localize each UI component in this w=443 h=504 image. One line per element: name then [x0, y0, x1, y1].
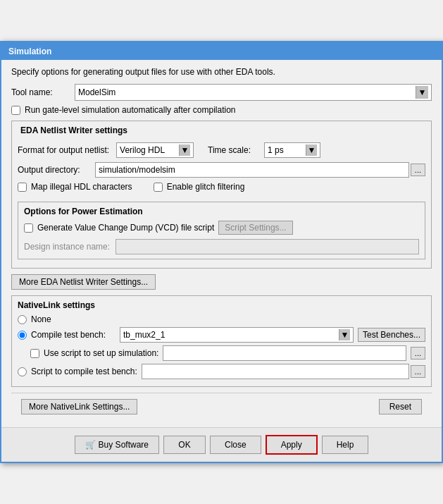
- use-script-checkbox[interactable]: [30, 349, 39, 358]
- output-dir-input[interactable]: [95, 162, 409, 178]
- format-label: Format for output netlist:: [18, 145, 109, 155]
- help-btn[interactable]: Help: [322, 436, 369, 454]
- dialog-title: Simulation: [1, 42, 442, 60]
- compile-testbench-row: Compile test bench: tb_mux2_1 ▼ Test Ben…: [18, 327, 425, 343]
- simulation-dialog: Simulation Specify options for generatin…: [0, 41, 443, 463]
- timescale-label: Time scale:: [208, 145, 257, 155]
- run-gate-level-checkbox[interactable]: [11, 106, 20, 115]
- compile-testbench-arrow[interactable]: ▼: [339, 329, 350, 340]
- reset-btn[interactable]: Reset: [379, 399, 422, 414]
- none-radio-row: None: [18, 314, 425, 324]
- format-arrow[interactable]: ▼: [179, 145, 190, 156]
- more-eda-btn[interactable]: More EDA Netlist Writer Settings...: [11, 274, 156, 290]
- power-group-title: Options for Power Estimation: [24, 207, 419, 216]
- script-compile-row: Script to compile test bench: ...: [18, 364, 425, 379]
- use-script-row: Use script to set up simulation: ...: [30, 345, 425, 361]
- none-label: None: [31, 314, 51, 324]
- tool-name-dropdown[interactable]: ModelSim ▼: [75, 84, 432, 101]
- timescale-arrow[interactable]: ▼: [306, 145, 317, 156]
- nativelink-group: NativeLink settings None Compile test be…: [11, 295, 432, 387]
- output-dir-row: Output directory: ...: [18, 162, 425, 178]
- compile-testbench-select[interactable]: tb_mux2_1 ▼: [120, 327, 354, 343]
- map-illegal-checkbox[interactable]: [18, 183, 27, 192]
- format-select[interactable]: Verilog HDL ▼: [116, 142, 194, 158]
- compile-testbench-radio[interactable]: [18, 331, 27, 340]
- tool-name-arrow[interactable]: ▼: [416, 86, 428, 99]
- use-script-input[interactable]: [163, 345, 406, 361]
- script-compile-label: Script to compile test bench:: [31, 367, 137, 376]
- eda-group: EDA Netlist Writer settings Format for o…: [11, 121, 432, 269]
- apply-btn[interactable]: Apply: [266, 435, 318, 455]
- glitch-filter-checkbox[interactable]: [154, 183, 163, 192]
- script-compile-radio[interactable]: [18, 367, 27, 376]
- vcd-label: Generate Value Change Dump (VCD) file sc…: [37, 223, 214, 233]
- design-instance-row: Design instance name:: [24, 239, 419, 254]
- more-nativelink-btn[interactable]: More NativeLink Settings...: [21, 399, 137, 414]
- power-group: Options for Power Estimation Generate Va…: [18, 202, 425, 259]
- output-dir-browse[interactable]: ...: [411, 164, 425, 176]
- script-settings-btn[interactable]: Script Settings...: [218, 221, 292, 235]
- run-gate-level-label: Run gate-level simulation automatically …: [25, 105, 235, 115]
- dialog-description: Specify options for generating output fi…: [11, 67, 432, 77]
- glitch-filter-label: Enable glitch filtering: [167, 182, 245, 192]
- compile-testbench-label: Compile test bench:: [31, 330, 116, 340]
- design-instance-label: Design instance name:: [24, 242, 116, 252]
- footer: 🛒 Buy Software OK Close Apply Help: [1, 427, 442, 462]
- none-radio[interactable]: [18, 315, 27, 324]
- glitch-filter-row: Enable glitch filtering: [154, 182, 245, 192]
- vcd-row: Generate Value Change Dump (VCD) file sc…: [24, 221, 419, 235]
- vcd-checkbox[interactable]: [24, 223, 33, 233]
- nativelink-title: NativeLink settings: [18, 300, 425, 310]
- use-script-browse[interactable]: ...: [411, 347, 425, 359]
- timescale-select[interactable]: 1 ps ▼: [264, 142, 320, 158]
- use-script-label: Use script to set up simulation:: [44, 348, 158, 358]
- test-benches-btn[interactable]: Test Benches...: [358, 328, 425, 342]
- tool-name-label: Tool name:: [11, 87, 75, 97]
- eda-group-title: EDA Netlist Writer settings: [18, 125, 130, 135]
- close-btn[interactable]: Close: [210, 436, 261, 454]
- script-compile-input[interactable]: [142, 364, 409, 379]
- buy-software-btn[interactable]: 🛒 Buy Software: [75, 436, 159, 454]
- cart-icon: 🛒: [85, 440, 96, 450]
- map-illegal-label: Map illegal HDL characters: [31, 182, 132, 192]
- tool-name-row: Tool name: ModelSim ▼: [11, 84, 432, 101]
- design-instance-input[interactable]: [116, 239, 419, 254]
- checkbox-row-pair: Map illegal HDL characters Enable glitch…: [18, 182, 425, 197]
- output-dir-label: Output directory:: [18, 165, 95, 175]
- map-illegal-row: Map illegal HDL characters: [18, 182, 132, 192]
- run-gate-level-row: Run gate-level simulation automatically …: [11, 105, 432, 115]
- format-row: Format for output netlist: Verilog HDL ▼…: [18, 142, 425, 158]
- ok-btn[interactable]: OK: [163, 436, 206, 454]
- bottom-bar: More NativeLink Settings... Reset: [11, 393, 432, 420]
- script-compile-browse[interactable]: ...: [411, 365, 425, 378]
